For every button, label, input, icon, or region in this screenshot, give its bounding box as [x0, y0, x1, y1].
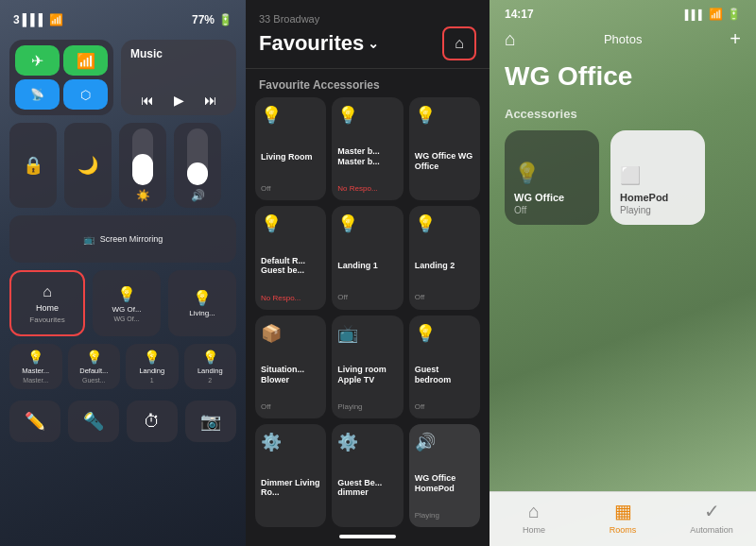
airplane-button[interactable]: ✈: [15, 45, 60, 76]
panel2-title: Favourites ⌄: [259, 31, 379, 56]
play-button[interactable]: ▶: [174, 93, 184, 108]
tile-status8: Playing: [337, 402, 397, 411]
dimmer-tile[interactable]: ⚙️ Dimmer Living Ro...: [255, 424, 326, 527]
tile-name10: Dimmer Living Ro...: [261, 478, 320, 499]
home-symbol-icon: ⌂: [455, 35, 464, 52]
battery-pct: 77%: [192, 13, 215, 26]
p3-accessories-row: 💡 WG Office Off ⬜ HomePod Playing: [490, 130, 756, 225]
moon-button[interactable]: 🌙: [64, 123, 112, 208]
landing1-p2-tile[interactable]: 💡 Landing 1 Off: [332, 206, 403, 309]
sliders-row: 🔒 🌙 ☀️ 🔊: [9, 123, 236, 208]
landing2-p2-tile[interactable]: 💡 Landing 2 Off: [409, 206, 480, 309]
wg-office-acc-tile[interactable]: 💡 WG Office Off: [505, 130, 599, 225]
carrier-label: 3: [13, 13, 20, 26]
home-indicator: [339, 535, 396, 538]
forward-button[interactable]: ⏭: [204, 93, 217, 108]
brightness-icon: ☀️: [136, 189, 150, 202]
default-r-tile[interactable]: 💡 Default R... Guest be... No Respo...: [255, 206, 326, 309]
landing2-tile[interactable]: 💡 Landing 2: [184, 344, 237, 389]
master-icon: 💡: [27, 350, 43, 365]
home-button[interactable]: ⌂ Home Favourites: [9, 270, 85, 336]
tile-status6: Off: [415, 293, 474, 301]
p3-add-button[interactable]: +: [730, 28, 741, 50]
tile-name12: WG Office HomePod: [415, 473, 474, 494]
bluetooth-button[interactable]: ⬡: [63, 79, 108, 110]
wg-office-acc-icon: 💡: [514, 162, 590, 186]
dimmer-icon2: ⚙️: [337, 432, 397, 452]
tab-automation[interactable]: ✓ Automation: [667, 500, 756, 535]
tile-status: Off: [261, 184, 320, 193]
bulb-icon4: 💡: [261, 213, 320, 234]
p3-battery-icon: 🔋: [727, 8, 741, 21]
master-tile[interactable]: 💡 Master... Master...: [9, 344, 62, 389]
control-center-panel: 3 ▌▌▌ 📶 77% 🔋 ✈ 📶 📡 ⬡ Music ⏮ ▶ ⏭ 🔒 🌙: [0, 0, 246, 546]
home-tab-label: Home: [523, 525, 545, 535]
screen-mirror-icon: 📺: [83, 234, 94, 245]
p3-tab-bar: ⌂ Home ▦ Rooms ✓ Automation: [490, 491, 756, 546]
bulb-icon2: 💡: [337, 105, 397, 126]
default-tile[interactable]: 💡 Default... Guest...: [68, 344, 121, 389]
tab-rooms[interactable]: ▦ Rooms: [578, 500, 667, 535]
wifi-icon: 📶: [49, 13, 63, 26]
homepod-tile[interactable]: 🔊 WG Office HomePod Playing: [409, 424, 480, 527]
tile-name3: WG Office WG Office: [415, 151, 474, 172]
tile-status7: Off: [261, 402, 320, 411]
landing2-icon: 💡: [202, 350, 218, 365]
status-left: 3 ▌▌▌ 📶: [13, 13, 63, 26]
master-b-tile[interactable]: 💡 Master b... Master b... No Respo...: [332, 97, 403, 200]
home-nav-button[interactable]: ⌂: [442, 26, 476, 60]
music-card: Music ⏮ ▶ ⏭: [121, 40, 236, 115]
home-sublabel: Favourites: [29, 316, 64, 324]
p3-nav-bar: ⌂ Photos +: [490, 25, 756, 58]
timer-button[interactable]: ⏱: [127, 401, 178, 442]
light-icon: 💡: [117, 285, 136, 303]
tile-status4: No Respo...: [261, 294, 320, 302]
tab-home[interactable]: ⌂ Home: [490, 501, 578, 535]
apple-tv-tile[interactable]: 📺 Living room Apple TV Playing: [332, 316, 403, 418]
wg-office-accessory[interactable]: 💡 WG Of... WG Of...: [93, 270, 161, 336]
volume-slider[interactable]: 🔊: [174, 123, 221, 208]
rewind-button[interactable]: ⏮: [141, 93, 154, 108]
tile-name8: Living room Apple TV: [337, 365, 397, 385]
wg-office-name: WG Of...: [112, 305, 141, 314]
volume-icon: 🔊: [191, 189, 205, 202]
brightness-slider[interactable]: ☀️: [119, 123, 166, 208]
master-name: Master...: [22, 367, 49, 375]
tv-icon: 📺: [337, 323, 397, 344]
rooms-tab-label: Rooms: [610, 525, 637, 535]
homepod-acc-tile[interactable]: ⬜ HomePod Playing: [610, 130, 705, 225]
p3-page-title: WG Office: [490, 58, 756, 107]
guest-bedroom-tile[interactable]: 💡 Guest bedroom Off: [409, 316, 480, 418]
default-status: Guest...: [82, 377, 106, 384]
signal-icon: ▌▌▌: [23, 13, 47, 26]
p3-section-label: Accessories: [490, 107, 756, 130]
status-right: 77% 🔋: [192, 13, 232, 26]
landing1-tile[interactable]: 💡 Landing 1: [126, 344, 179, 389]
tile-status9: Off: [415, 402, 474, 411]
wifi-button[interactable]: 📶: [63, 45, 108, 76]
living-room-tile[interactable]: 💡 Living Room Off: [255, 97, 326, 200]
bottom-toolbar: ✏️ 🔦 ⏱ 📷: [9, 401, 236, 442]
chevron-down-icon: ⌄: [368, 36, 379, 51]
screen-mirroring-button[interactable]: 📺 Screen Mirroring: [9, 215, 236, 263]
lock-button[interactable]: 🔒: [9, 123, 57, 208]
p3-photos-label: Photos: [604, 32, 642, 46]
home-tab-icon: ⌂: [528, 501, 540, 522]
guest-dimmer-tile[interactable]: ⚙️ Guest Be... dimmer: [332, 424, 403, 527]
p3-home-nav-icon[interactable]: ⌂: [505, 28, 516, 50]
wg-office-acc-name: WG Office: [514, 192, 590, 203]
tile-status2: No Respo...: [337, 184, 397, 193]
flashlight-button[interactable]: 🔦: [68, 401, 119, 442]
living-accessory[interactable]: 💡 Living...: [168, 270, 236, 336]
edit-button[interactable]: ✏️: [9, 401, 60, 442]
bulb-icon3: 💡: [415, 105, 474, 126]
camera-button[interactable]: 📷: [185, 401, 236, 442]
bulb-icon6: 💡: [415, 213, 474, 234]
cellular-button[interactable]: 📡: [15, 79, 60, 110]
status-bar: 3 ▌▌▌ 📶 77% 🔋: [9, 9, 236, 32]
master-status: Master...: [23, 377, 48, 384]
wg-office-tile[interactable]: 💡 WG Office WG Office: [409, 97, 480, 200]
living-name: Living...: [189, 309, 215, 317]
default-icon: 💡: [86, 350, 102, 365]
situation-tile[interactable]: 📦 Situation... Blower Off: [255, 316, 326, 418]
